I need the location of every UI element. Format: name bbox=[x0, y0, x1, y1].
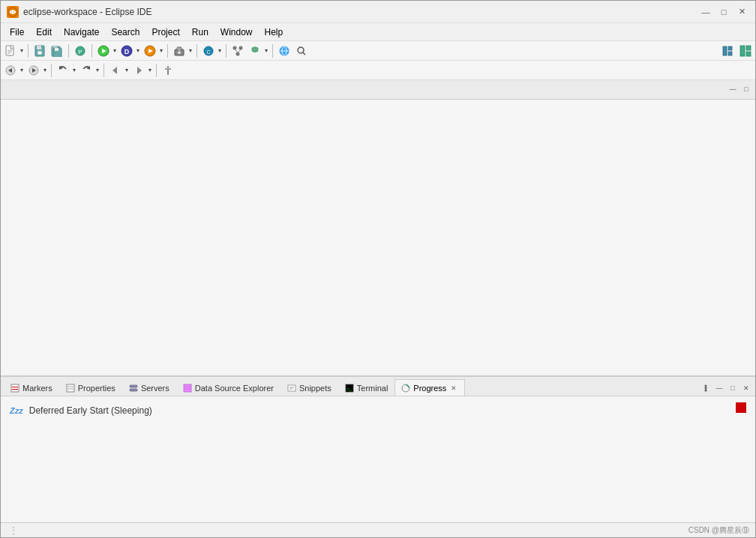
save-all-button[interactable] bbox=[49, 43, 65, 59]
menu-window[interactable]: Window bbox=[214, 24, 259, 40]
save-button[interactable] bbox=[32, 43, 48, 59]
svg-rect-59 bbox=[130, 385, 137, 387]
tab-servers[interactable]: Servers bbox=[122, 379, 176, 396]
svg-rect-64 bbox=[288, 385, 296, 391]
prev-edit-button[interactable] bbox=[2, 62, 19, 79]
tab-progress[interactable]: Progress ✕ bbox=[394, 379, 465, 396]
menu-run[interactable]: Run bbox=[186, 24, 214, 40]
profile-button[interactable] bbox=[142, 43, 158, 59]
sync-button[interactable] bbox=[247, 43, 263, 59]
external-tools-button[interactable] bbox=[171, 43, 188, 59]
tab-properties-label: Properties bbox=[78, 384, 116, 393]
panel-minimize-button[interactable]: — bbox=[713, 382, 725, 394]
sync-dropdown[interactable]: ▾ bbox=[263, 43, 269, 59]
toolbar-sep-1 bbox=[28, 44, 28, 58]
back-dropdown[interactable]: ▾ bbox=[124, 62, 130, 79]
undo-dropdown[interactable]: ▾ bbox=[71, 62, 77, 79]
menu-help[interactable]: Help bbox=[259, 24, 290, 40]
svg-point-71 bbox=[705, 387, 707, 390]
progress-tab-close[interactable]: ✕ bbox=[449, 384, 458, 393]
svg-rect-61 bbox=[184, 384, 191, 392]
search-button[interactable] bbox=[293, 43, 310, 59]
views-button[interactable] bbox=[737, 43, 754, 59]
tab-servers-label: Servers bbox=[141, 384, 170, 393]
redo-dropdown[interactable]: ▾ bbox=[94, 62, 100, 79]
menu-edit[interactable]: Edit bbox=[30, 24, 58, 40]
forward-button[interactable] bbox=[130, 62, 147, 79]
content-area: — □ Markers Properties bbox=[1, 80, 755, 522]
minimize-button[interactable]: — bbox=[698, 4, 713, 19]
editor-tabs-area: — □ bbox=[1, 80, 755, 100]
svg-point-72 bbox=[705, 390, 707, 392]
title-bar: eclipse-workspace - Eclipse IDE — □ ✕ bbox=[1, 1, 755, 23]
new-btn-group: ▾ bbox=[2, 43, 25, 59]
run-button[interactable] bbox=[95, 43, 112, 59]
forward-dropdown[interactable]: ▾ bbox=[147, 62, 153, 79]
stop-button[interactable] bbox=[736, 402, 746, 413]
tab-progress-label: Progress bbox=[413, 384, 446, 393]
svg-point-27 bbox=[239, 46, 242, 49]
panel-close-button[interactable]: ✕ bbox=[740, 382, 752, 394]
tab-data-source-explorer[interactable]: Data Source Explorer bbox=[176, 379, 280, 396]
prev-edit-dropdown[interactable]: ▾ bbox=[19, 62, 25, 79]
next-edit-dropdown[interactable]: ▾ bbox=[42, 62, 48, 79]
view-menu-button[interactable] bbox=[700, 382, 712, 394]
editor-minimize-button[interactable]: — bbox=[727, 83, 739, 95]
svg-rect-56 bbox=[67, 384, 74, 392]
svg-line-29 bbox=[235, 49, 238, 52]
maximize-button[interactable]: □ bbox=[716, 4, 731, 19]
eclipse-app: eclipse-workspace - Eclipse IDE — □ ✕ Fi… bbox=[0, 0, 756, 538]
undo-button[interactable] bbox=[55, 62, 71, 79]
menu-bar: File Edit Navigate Search Project Run Wi… bbox=[1, 23, 755, 41]
publish-button[interactable]: P bbox=[72, 43, 88, 59]
profile-dropdown[interactable]: ▾ bbox=[158, 43, 164, 59]
globe-button[interactable] bbox=[276, 43, 292, 59]
editor-content bbox=[1, 100, 755, 375]
editor-maximize-button[interactable]: □ bbox=[740, 83, 752, 95]
menu-navigate[interactable]: Navigate bbox=[58, 24, 105, 40]
tab-terminal-label: Terminal bbox=[357, 384, 388, 393]
prev-edit-group: ▾ bbox=[2, 62, 25, 79]
close-button[interactable]: ✕ bbox=[734, 4, 749, 19]
redo-button[interactable] bbox=[78, 62, 94, 79]
tab-terminal[interactable]: >_ Terminal bbox=[338, 379, 395, 396]
new-file-button[interactable] bbox=[2, 43, 19, 59]
coverage-dropdown[interactable]: ▾ bbox=[217, 43, 223, 59]
back-button[interactable] bbox=[107, 62, 124, 79]
svg-point-34 bbox=[298, 47, 304, 53]
menu-project[interactable]: Project bbox=[146, 24, 185, 40]
profile-btn-group: ▾ bbox=[142, 43, 164, 59]
t2-sep-3 bbox=[156, 64, 157, 77]
menu-search[interactable]: Search bbox=[105, 24, 146, 40]
tab-markers[interactable]: Markers bbox=[4, 379, 59, 396]
run-dropdown[interactable]: ▾ bbox=[112, 43, 118, 59]
panel-maximize-button[interactable]: □ bbox=[727, 382, 739, 394]
menu-file[interactable]: File bbox=[4, 24, 30, 40]
progress-status-text: Deferred Early Start (Sleeping) bbox=[29, 405, 152, 416]
debug-button[interactable]: D bbox=[118, 43, 135, 59]
svg-rect-40 bbox=[746, 46, 751, 50]
forward-group: ▾ bbox=[130, 62, 153, 79]
svg-marker-48 bbox=[112, 67, 117, 74]
tab-snippets-label: Snippets bbox=[299, 384, 332, 393]
new-dropdown-arrow[interactable]: ▾ bbox=[19, 43, 25, 59]
toolbar-right bbox=[719, 43, 754, 59]
toolbar-sep-7 bbox=[272, 44, 273, 58]
progress-row: Zzz Deferred Early Start (Sleeping) bbox=[10, 405, 746, 416]
pin-editor-button[interactable] bbox=[160, 62, 176, 79]
ext-tools-btn-group: ▾ bbox=[171, 43, 194, 59]
tab-markers-label: Markers bbox=[22, 384, 52, 393]
coverage-button[interactable]: C bbox=[200, 43, 217, 59]
bottom-tab-controls: — □ ✕ bbox=[700, 382, 752, 396]
bottom-panel: Markers Properties Servers bbox=[1, 375, 755, 522]
servers-icon bbox=[129, 384, 138, 393]
svg-line-30 bbox=[238, 49, 241, 52]
debug-btn-group: D ▾ bbox=[118, 43, 141, 59]
next-edit-button[interactable] bbox=[26, 62, 42, 79]
open-repo-button[interactable] bbox=[230, 43, 246, 59]
debug-dropdown[interactable]: ▾ bbox=[135, 43, 141, 59]
tab-properties[interactable]: Properties bbox=[59, 379, 122, 396]
open-perspective-button[interactable] bbox=[719, 43, 736, 59]
ext-tools-dropdown[interactable]: ▾ bbox=[188, 43, 194, 59]
tab-snippets[interactable]: Snippets bbox=[280, 379, 338, 396]
